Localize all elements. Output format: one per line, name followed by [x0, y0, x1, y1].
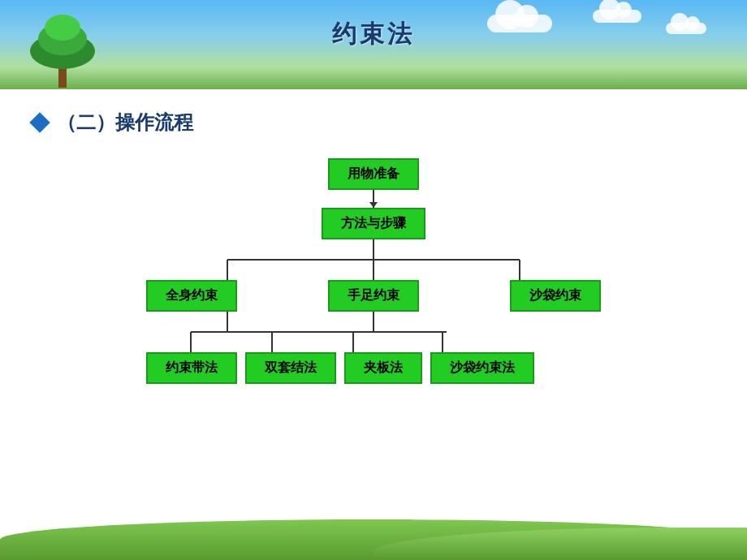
flowchart-box-level1: 用物准备: [328, 158, 419, 190]
flowchart-box-shadaiyueshu: 沙袋约束法: [430, 352, 534, 384]
arrow-1: [373, 190, 374, 208]
section-title: （二）操作流程: [57, 110, 193, 136]
flowchart-box-shouzhu: 手足约束: [328, 280, 419, 312]
section-heading: （二）操作流程: [32, 110, 715, 136]
flowchart-level4: 约束带法 双套结法 夹板法 沙袋约束法: [146, 352, 601, 384]
col-shouzhu: 手足约束: [328, 280, 419, 312]
flowchart-box-quanshen: 全身约束: [146, 280, 237, 312]
flowchart-box-level2: 方法与步骤: [322, 208, 425, 239]
content-area: （二）操作流程 用物准备 方法与步骤: [0, 93, 747, 515]
flowchart-container: 用物准备 方法与步骤: [89, 158, 658, 384]
flowchart-box-shuangtao: 双套结法: [245, 352, 336, 384]
page-title: 约束法: [332, 20, 415, 47]
flowchart-box-yueshudai: 约束带法: [146, 352, 237, 384]
col-quanshen: 全身约束: [146, 280, 237, 312]
title-area: 约束法: [0, 18, 747, 51]
branch-level2-3: [146, 239, 601, 280]
col-shadai: 沙袋约束: [510, 280, 601, 312]
branch-level3-4: [146, 312, 601, 352]
diamond-bullet-icon: [29, 112, 50, 132]
flowchart-box-shadai: 沙袋约束: [510, 280, 601, 312]
flowchart-level3: 全身约束 手足约束 沙袋约束: [146, 280, 601, 312]
slide: 约束法 （二）操作流程 用物准备 方法与步骤: [0, 0, 747, 560]
flowchart: 用物准备 方法与步骤: [89, 158, 658, 384]
flowchart-box-jiaban: 夹板法: [344, 352, 422, 384]
